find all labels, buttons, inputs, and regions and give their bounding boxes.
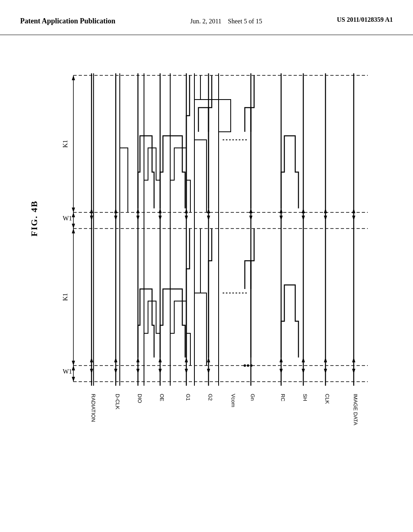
- svg-marker-49: [185, 208, 188, 213]
- svg-marker-53: [207, 216, 210, 220]
- timing-svg: K1 W1 K1 W1: [61, 59, 380, 462]
- svg-marker-80: [159, 369, 162, 374]
- svg-marker-76: [136, 357, 140, 362]
- svg-marker-10: [72, 224, 75, 229]
- svg-marker-95: [302, 369, 305, 374]
- svg-marker-65: [324, 216, 327, 220]
- sheet-info: Sheet 5 of 15: [228, 18, 262, 25]
- svg-marker-40: [114, 208, 117, 213]
- svg-marker-50: [185, 216, 188, 220]
- k1-lower-label: K1: [62, 293, 69, 301]
- g2-label: G2: [207, 394, 213, 401]
- patent-number: US 2011/0128359 A1: [337, 16, 393, 23]
- svg-marker-73: [114, 357, 117, 362]
- svg-marker-91: [280, 357, 283, 362]
- oe-label: OE: [159, 394, 165, 401]
- clk-label: CLK: [324, 394, 330, 404]
- svg-marker-70: [90, 357, 93, 362]
- svg-marker-16: [72, 377, 75, 382]
- svg-marker-58: [280, 208, 283, 213]
- svg-marker-68: [352, 216, 355, 220]
- svg-marker-6: [72, 75, 75, 80]
- publication-title: Patent Application Publication: [20, 16, 115, 26]
- svg-marker-94: [302, 357, 305, 362]
- svg-marker-52: [207, 208, 210, 213]
- timing-diagram: K1 W1 K1 W1: [61, 59, 380, 462]
- svg-marker-83: [185, 369, 188, 374]
- figure-container: FIG. 4B K1 W1 K1: [25, 47, 388, 490]
- k1-upper-label: K1: [62, 140, 69, 148]
- svg-marker-62: [302, 216, 305, 220]
- svg-marker-41: [114, 216, 117, 220]
- svg-marker-77: [136, 369, 140, 374]
- svg-marker-85: [207, 357, 210, 362]
- svg-marker-37: [90, 208, 93, 213]
- dio-label: DIO: [137, 394, 143, 403]
- dclk-label: D-CLK: [115, 394, 121, 409]
- svg-marker-61: [302, 208, 305, 213]
- svg-marker-7: [72, 208, 75, 212]
- svg-marker-13: [72, 361, 75, 366]
- svg-point-87: [244, 364, 246, 367]
- sh-label: SH: [302, 394, 308, 401]
- svg-marker-55: [249, 208, 252, 213]
- svg-marker-46: [159, 208, 162, 213]
- svg-marker-71: [90, 369, 93, 374]
- w1-lower-label: W1: [63, 368, 72, 375]
- w1-upper-label: W1: [63, 215, 72, 222]
- svg-marker-101: [352, 369, 355, 374]
- svg-marker-12: [72, 229, 75, 233]
- rc-label: RC: [280, 394, 286, 401]
- svg-marker-92: [280, 369, 283, 374]
- svg-marker-82: [185, 357, 188, 362]
- svg-marker-44: [136, 216, 140, 220]
- svg-marker-97: [324, 357, 327, 362]
- svg-marker-47: [159, 216, 162, 220]
- publication-date: Jun. 2, 2011: [190, 18, 221, 25]
- g1-label: G1: [185, 394, 191, 401]
- svg-marker-43: [136, 208, 140, 213]
- imagedata-label: IMAGE DATA: [353, 394, 359, 426]
- svg-marker-74: [114, 369, 117, 374]
- svg-marker-100: [352, 357, 355, 362]
- svg-marker-38: [90, 216, 93, 220]
- svg-marker-15: [72, 366, 75, 370]
- svg-marker-9: [72, 212, 75, 217]
- svg-marker-56: [249, 216, 252, 220]
- svg-marker-86: [207, 369, 210, 374]
- publication-info: Jun. 2, 2011 Sheet 5 of 15: [190, 16, 262, 27]
- svg-point-88: [247, 364, 249, 367]
- radiation-label: RADIATION: [90, 394, 96, 422]
- svg-marker-98: [324, 369, 327, 374]
- svg-point-89: [250, 364, 252, 367]
- svg-marker-59: [280, 216, 283, 220]
- gn-label: Gn: [250, 394, 256, 401]
- vcom-label: Vcom: [230, 394, 236, 407]
- figure-label: FIG. 4B: [29, 200, 40, 237]
- svg-marker-79: [159, 357, 162, 362]
- page-header: Patent Application Publication Jun. 2, 2…: [0, 0, 413, 35]
- svg-marker-67: [352, 208, 355, 213]
- svg-marker-64: [324, 208, 327, 213]
